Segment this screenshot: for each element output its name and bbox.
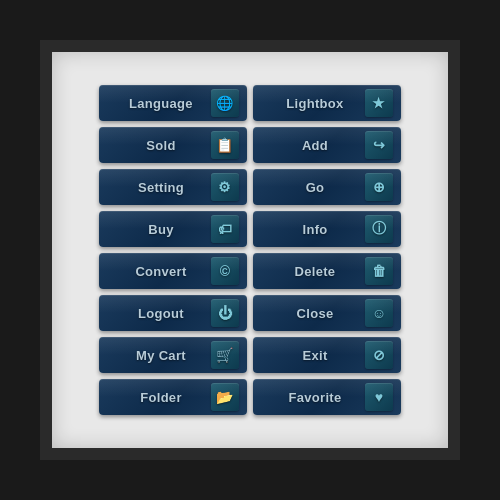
go-button[interactable]: Go⊕ xyxy=(253,169,401,205)
info-icon: ⓘ xyxy=(365,215,393,243)
buy-button[interactable]: Buy🏷 xyxy=(99,211,247,247)
go-icon: ⊕ xyxy=(365,173,393,201)
sold-label: Sold xyxy=(111,138,211,153)
delete-label: Delete xyxy=(265,264,365,279)
my-cart-label: My Cart xyxy=(111,348,211,363)
setting-icon: ⚙ xyxy=(211,173,239,201)
folder-icon: 📂 xyxy=(211,383,239,411)
my-cart-button[interactable]: My Cart🛒 xyxy=(99,337,247,373)
info-label: Info xyxy=(265,222,365,237)
favorite-button[interactable]: Favorite♥ xyxy=(253,379,401,415)
language-icon: 🌐 xyxy=(211,89,239,117)
sold-button[interactable]: Sold📋 xyxy=(99,127,247,163)
button-grid: Language🌐Lightbox★Sold📋Add↪Setting⚙Go⊕Bu… xyxy=(89,75,411,425)
folder-button[interactable]: Folder📂 xyxy=(99,379,247,415)
delete-icon: 🗑 xyxy=(365,257,393,285)
logout-icon: ⏻ xyxy=(211,299,239,327)
go-label: Go xyxy=(265,180,365,195)
exit-button[interactable]: Exit⊘ xyxy=(253,337,401,373)
exit-label: Exit xyxy=(265,348,365,363)
language-button[interactable]: Language🌐 xyxy=(99,85,247,121)
lightbox-icon: ★ xyxy=(365,89,393,117)
exit-icon: ⊘ xyxy=(365,341,393,369)
logout-label: Logout xyxy=(111,306,211,321)
convert-label: Convert xyxy=(111,264,211,279)
add-button[interactable]: Add↪ xyxy=(253,127,401,163)
close-label: Close xyxy=(265,306,365,321)
main-frame: Language🌐Lightbox★Sold📋Add↪Setting⚙Go⊕Bu… xyxy=(40,40,460,460)
convert-button[interactable]: Convert© xyxy=(99,253,247,289)
add-label: Add xyxy=(265,138,365,153)
lightbox-label: Lightbox xyxy=(265,96,365,111)
folder-label: Folder xyxy=(111,390,211,405)
favorite-label: Favorite xyxy=(265,390,365,405)
setting-label: Setting xyxy=(111,180,211,195)
language-label: Language xyxy=(111,96,211,111)
favorite-icon: ♥ xyxy=(365,383,393,411)
buy-label: Buy xyxy=(111,222,211,237)
lightbox-button[interactable]: Lightbox★ xyxy=(253,85,401,121)
sold-icon: 📋 xyxy=(211,131,239,159)
my-cart-icon: 🛒 xyxy=(211,341,239,369)
logout-button[interactable]: Logout⏻ xyxy=(99,295,247,331)
delete-button[interactable]: Delete🗑 xyxy=(253,253,401,289)
convert-icon: © xyxy=(211,257,239,285)
buy-icon: 🏷 xyxy=(211,215,239,243)
close-icon: ☺ xyxy=(365,299,393,327)
setting-button[interactable]: Setting⚙ xyxy=(99,169,247,205)
info-button[interactable]: Infoⓘ xyxy=(253,211,401,247)
add-icon: ↪ xyxy=(365,131,393,159)
close-button[interactable]: Close☺ xyxy=(253,295,401,331)
